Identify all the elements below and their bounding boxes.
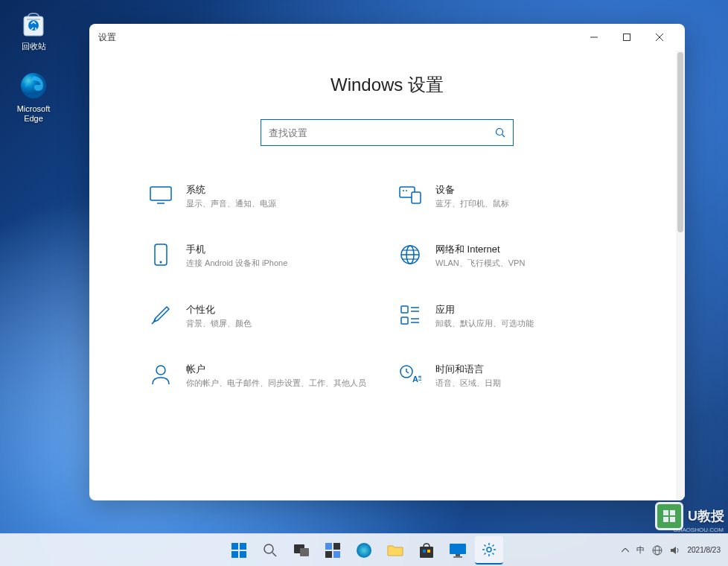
page-title: Windows 设置 [134,73,640,97]
svg-line-42 [272,553,276,556]
recycle-bin-icon [18,7,49,39]
category-phone[interactable]: 手机连接 Android 设备和 iPhone [149,243,376,269]
taskbar-explorer[interactable] [381,536,409,565]
svg-point-13 [403,190,404,191]
svg-rect-36 [670,517,675,522]
category-desc: 卸载、默认应用、可选功能 [435,318,625,329]
taskbar-settings[interactable] [475,536,503,565]
svg-rect-48 [333,551,340,558]
svg-point-16 [160,261,162,264]
system-tray[interactable]: 中 2021/8/23 [622,534,721,566]
category-desc: 语音、区域、日期 [435,378,625,389]
category-network[interactable]: 网络和 InternetWLAN、飞行模式、VPN [398,243,625,269]
minimize-button[interactable] [578,26,610,48]
svg-rect-50 [420,547,433,558]
svg-point-49 [357,543,371,558]
category-title: 时间和语言 [435,363,625,376]
time-language-icon: A字 [398,363,422,387]
tray-ime-icon[interactable]: 中 [636,544,645,556]
devices-icon [398,183,422,207]
svg-rect-38 [240,543,246,550]
category-title: 系统 [186,183,376,197]
apps-icon [398,303,422,327]
category-desc: WLAN、飞行模式、VPN [435,258,625,269]
svg-rect-45 [325,543,332,550]
start-button[interactable] [225,536,253,565]
svg-text:A字: A字 [412,375,421,384]
category-title: 网络和 Internet [435,243,625,256]
category-title: 个性化 [186,303,376,317]
svg-rect-4 [624,34,630,41]
category-title: 手机 [186,243,376,256]
desktop-icon-edge[interactable]: Microsoft Edge [7,70,60,124]
scrollbar-thumb[interactable] [677,52,683,232]
svg-rect-51 [423,550,426,553]
svg-point-14 [406,190,407,191]
category-time-language[interactable]: A字 时间和语言语音、区域、日期 [398,363,625,389]
svg-rect-33 [663,510,668,515]
category-desc: 蓝牙、打印机、鼠标 [435,198,625,209]
taskbar-taskview[interactable] [287,536,316,565]
svg-rect-39 [232,551,238,558]
taskbar-edge[interactable] [350,536,378,565]
taskbar-store[interactable] [412,536,441,565]
category-devices[interactable]: 设备蓝牙、打印机、鼠标 [398,183,625,209]
search-box[interactable] [261,119,514,146]
category-desc: 你的帐户、电子邮件、同步设置、工作、其他人员 [186,378,376,389]
svg-rect-53 [450,544,466,554]
svg-rect-37 [232,543,238,550]
svg-line-31 [406,372,409,373]
person-icon [149,363,173,387]
globe-icon [398,243,422,267]
category-desc: 背景、锁屏、颜色 [186,318,376,329]
paint-icon [149,303,173,327]
svg-rect-40 [240,551,246,558]
watermark-subtext: UJIAOSHOU.COM [673,527,724,533]
settings-window: 设置 Windows 设置 系统显示、声音、通知、电源 [89,24,685,500]
window-titlebar[interactable]: 设置 [89,24,685,51]
category-personalization[interactable]: 个性化背景、锁屏、颜色 [149,303,376,329]
tray-volume-icon[interactable] [670,546,680,555]
close-button[interactable] [643,26,676,48]
vertical-scrollbar[interactable] [676,51,685,500]
category-title: 应用 [435,303,625,317]
category-accounts[interactable]: 帐户你的帐户、电子邮件、同步设置、工作、其他人员 [149,363,376,389]
svg-rect-34 [670,510,675,515]
window-title: 设置 [98,31,116,44]
maximize-button[interactable] [610,26,643,48]
tray-datetime[interactable]: 2021/8/23 [688,546,721,555]
svg-rect-46 [333,543,340,550]
tray-network-icon[interactable] [652,545,662,556]
svg-rect-35 [663,517,668,522]
category-title: 帐户 [186,363,376,376]
desktop-icons: 回收站 Microsoft Edge [7,7,60,124]
category-apps[interactable]: 应用卸载、默认应用、可选功能 [398,303,625,329]
svg-rect-44 [300,548,309,556]
taskbar-widgets[interactable] [319,536,347,565]
taskbar[interactable]: 中 2021/8/23 [0,533,728,566]
svg-rect-9 [150,187,171,200]
settings-categories: 系统显示、声音、通知、电源 设备蓝牙、打印机、鼠标 手机连接 Android 设… [149,183,625,389]
search-input[interactable] [269,127,495,139]
category-desc: 显示、声音、通知、电源 [186,198,376,209]
desktop-icon-recycle-bin[interactable]: 回收站 [7,7,60,51]
svg-line-8 [502,135,505,138]
svg-point-28 [156,366,165,375]
desktop-icon-label: Microsoft Edge [7,104,60,124]
edge-icon [18,70,49,101]
svg-point-7 [496,129,503,136]
svg-rect-52 [427,550,430,553]
svg-point-56 [487,547,491,552]
settings-content: Windows 设置 系统显示、声音、通知、电源 设备蓝牙、打印机、鼠标 [89,51,685,500]
desktop-icon-label: 回收站 [22,42,46,51]
display-icon [149,183,173,207]
svg-rect-47 [325,551,332,558]
category-system[interactable]: 系统显示、声音、通知、电源 [149,183,376,209]
taskbar-search[interactable] [256,536,284,565]
taskbar-monitor[interactable] [444,536,472,565]
svg-rect-54 [456,554,460,556]
tray-chevron-icon[interactable] [622,548,629,553]
svg-rect-22 [401,306,408,313]
watermark-text: U教授 [688,507,724,525]
taskbar-pinned-apps [225,536,503,565]
